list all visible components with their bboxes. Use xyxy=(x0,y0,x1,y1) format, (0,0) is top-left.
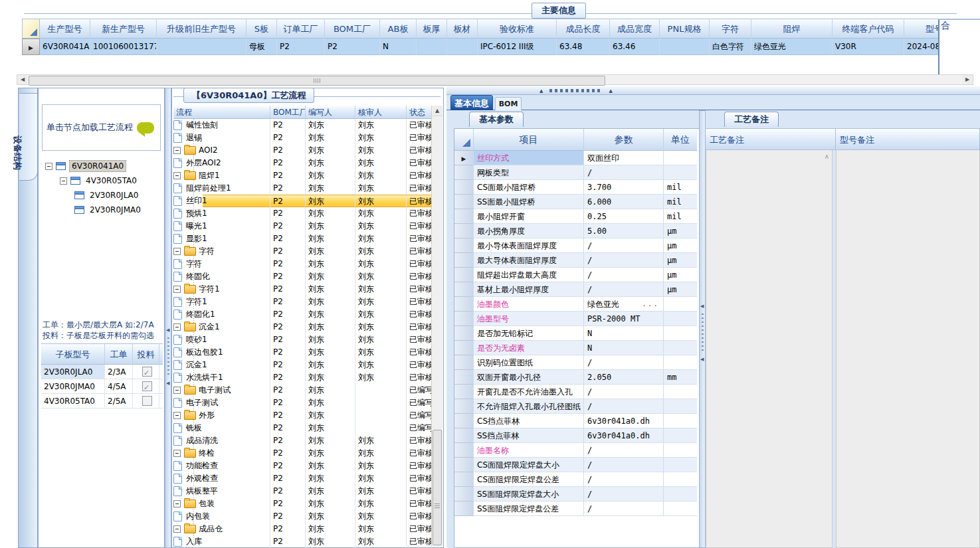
top-grid-cell[interactable]: 白色字符 xyxy=(710,39,751,55)
ellipsis-button[interactable]: ... xyxy=(642,297,663,312)
flow-row[interactable]: 烘板整平P2刘东刘东已审核 xyxy=(173,485,433,498)
param-item-cell[interactable]: SS挡点菲林 xyxy=(474,428,584,443)
param-row[interactable]: 油墨名称/ xyxy=(454,443,699,458)
flow-row[interactable]: 电子测试P2刘东已编写 xyxy=(173,397,433,409)
top-grid-cell[interactable]: 10010600131773 xyxy=(90,39,157,55)
collapse-up-arrow[interactable]: ▲ xyxy=(539,88,543,94)
flow-step-cell[interactable]: 沉金1 xyxy=(173,359,270,371)
top-grid-cell[interactable]: V30R xyxy=(833,39,904,55)
top-grid-cell[interactable]: IPC-6012 III级 xyxy=(478,39,557,55)
expand-collapse-icon[interactable] xyxy=(173,412,181,419)
work-order-cell[interactable]: 4/5A xyxy=(105,379,133,394)
param-row[interactable]: SS面最小阻焊桥6.000mil xyxy=(454,195,699,209)
top-grid-cell[interactable]: P2 xyxy=(277,39,325,55)
scroll-right-arrow[interactable]: ▶ xyxy=(962,75,973,84)
flow-vertical-scrollbar[interactable]: ▲ xyxy=(431,106,442,547)
tab-process-remarks[interactable]: 工艺备注 xyxy=(724,112,779,127)
param-item-cell[interactable]: 阻焊超出焊盘最大高度 xyxy=(474,268,584,282)
param-row-header[interactable] xyxy=(454,224,474,238)
top-grid-cell[interactable]: 6V30R041A0 xyxy=(40,39,90,55)
flow-step-cell[interactable]: 退锡 xyxy=(173,132,270,144)
feeding-cell[interactable] xyxy=(133,394,159,409)
param-row-header[interactable] xyxy=(454,297,474,312)
param-item-cell[interactable]: 油墨型号 xyxy=(474,312,584,326)
param-item-cell[interactable]: SS面阻焊限定焊盘公差 xyxy=(474,502,584,516)
select-all-cell[interactable] xyxy=(454,129,474,151)
flow-step-cell[interactable]: 碱性蚀刻 xyxy=(173,119,270,132)
flow-row[interactable]: 曝光1P2刘东刘东已审核 xyxy=(173,220,433,232)
top-col-header[interactable]: 新生产型号 xyxy=(90,19,157,39)
tree-node[interactable]: 2V30R0JLA0 xyxy=(41,188,161,203)
flow-row[interactable]: 喷砂1P2刘东刘东已审核 xyxy=(173,333,433,346)
flow-row[interactable]: 字符P2刘东刘东已审核 xyxy=(173,258,433,270)
flow-row[interactable]: 显影1P2刘东刘东已审核 xyxy=(173,232,433,245)
top-grid-cell[interactable] xyxy=(660,39,710,55)
param-item-cell[interactable]: CS挡点菲林 xyxy=(474,414,584,428)
flow-row[interactable]: 阻焊前处理1P2刘东刘东已审核 xyxy=(173,182,433,195)
flow-row[interactable]: 字符P2刘东刘东已审核 xyxy=(173,245,433,258)
flow-row[interactable]: 碱性蚀刻P2刘东刘东已审核 xyxy=(173,119,433,132)
tab-basic-params[interactable]: 基本参数 xyxy=(469,112,524,127)
param-row-header[interactable] xyxy=(454,355,474,370)
expand-collapse-icon[interactable] xyxy=(173,387,181,394)
expand-collapse-icon[interactable] xyxy=(173,323,181,331)
col-bom-factory[interactable]: BOM工厂 xyxy=(270,106,306,119)
param-row[interactable]: CS面阻焊限定焊盘大小/ xyxy=(454,458,699,472)
row-selector[interactable]: ▶ xyxy=(22,39,40,55)
tree-node[interactable]: 4V30R05TA0 xyxy=(41,173,161,188)
collapse-up-arrow[interactable]: ▲ xyxy=(609,88,613,94)
param-item-cell[interactable]: 最小阻焊开窗 xyxy=(474,209,584,224)
flow-row[interactable]: 内包装P2刘东刘东已审核 xyxy=(173,510,433,523)
param-row-header[interactable] xyxy=(454,268,474,282)
flow-row[interactable]: 丝印1P2刘东刘东已审核 xyxy=(173,195,433,207)
flow-row[interactable]: 沉金1P2刘东刘东已审核 xyxy=(173,359,433,371)
top-col-header[interactable]: 升级前旧生产型号 xyxy=(157,19,246,39)
flow-row[interactable]: 成品仓P2刘东刘东已审核 xyxy=(173,523,433,535)
param-item-cell[interactable]: CS面阻焊限定焊盘大小 xyxy=(474,458,584,472)
tree-node[interactable]: 2V30R0JMA0 xyxy=(41,203,161,217)
model-remark-textarea[interactable] xyxy=(836,150,980,548)
top-col-header[interactable]: 生产型号 xyxy=(40,19,90,39)
flow-row[interactable]: 水洗烘干1P2刘东刘东已审核 xyxy=(173,371,433,384)
splitter-grip[interactable] xyxy=(702,314,704,353)
param-row[interactable]: CS面最小阻焊桥3.700mil xyxy=(454,180,699,195)
param-row[interactable]: SS面阻焊限定焊盘大小/ xyxy=(454,487,699,502)
param-row-header[interactable] xyxy=(454,414,474,428)
flow-step-cell[interactable]: 外观检查 xyxy=(173,472,270,485)
param-row[interactable]: 最小阻焊开窗0.25mil xyxy=(454,209,699,224)
param-value-cell[interactable]: 3.700 xyxy=(584,180,664,195)
expand-collapse-icon[interactable] xyxy=(173,525,181,533)
flow-row[interactable]: AOI2P2刘东刘东已审核 xyxy=(173,144,433,157)
top-col-header[interactable]: 板厚 xyxy=(417,19,447,39)
collapse-left-arrow[interactable]: ◀ xyxy=(166,327,169,333)
flow-row[interactable]: 成品清洗P2刘东刘东已审核 xyxy=(173,434,433,447)
collapse-left-arrow[interactable]: ◀ xyxy=(700,357,704,362)
param-item-cell[interactable]: 油墨颜色 xyxy=(474,297,584,312)
sub-model-cell[interactable]: 2V30R0JMA0 xyxy=(41,379,105,394)
top-col-header[interactable]: 验收标准 xyxy=(478,19,557,39)
param-value-cell[interactable]: / xyxy=(584,253,664,268)
param-row-header[interactable] xyxy=(454,428,474,443)
top-col-header[interactable]: 成品宽度 xyxy=(610,19,660,39)
param-item-cell[interactable]: 识别码位置图纸 xyxy=(474,355,584,370)
param-value-cell[interactable]: / xyxy=(584,458,664,472)
tab-basic-info[interactable]: 基本信息 xyxy=(450,95,493,110)
flow-row[interactable]: 功能检查P2刘东刘东已审核 xyxy=(173,460,433,472)
param-item-cell[interactable]: 最小拐角厚度 xyxy=(474,224,584,238)
param-value-cell[interactable]: / xyxy=(584,385,664,399)
param-row[interactable]: CS面阻焊限定焊盘公差/ xyxy=(454,472,699,487)
flow-step-cell[interactable]: 电子测试 xyxy=(173,384,270,397)
param-value-cell[interactable]: / xyxy=(584,282,664,297)
param-value-cell[interactable]: / xyxy=(584,355,664,370)
flow-row[interactable]: 入库P2刘东刘东已审核 xyxy=(173,535,433,548)
param-row[interactable]: 最小拐角厚度5.00μm xyxy=(454,224,699,238)
feeding-checkbox[interactable] xyxy=(142,396,152,406)
flow-row[interactable]: 字符1P2刘东刘东已审核 xyxy=(173,283,433,296)
param-row[interactable]: 油墨颜色绿色亚光... xyxy=(454,297,699,312)
param-value-cell[interactable]: 双面丝印 xyxy=(584,151,664,165)
top-horizontal-scrollbar[interactable]: ◀ ▶ xyxy=(17,74,973,85)
top-grid-cell[interactable] xyxy=(157,39,246,55)
param-row-header[interactable] xyxy=(454,312,474,326)
flow-step-cell[interactable]: 内包装 xyxy=(173,510,270,523)
col-sub-model[interactable]: 子板型号 xyxy=(41,343,105,365)
